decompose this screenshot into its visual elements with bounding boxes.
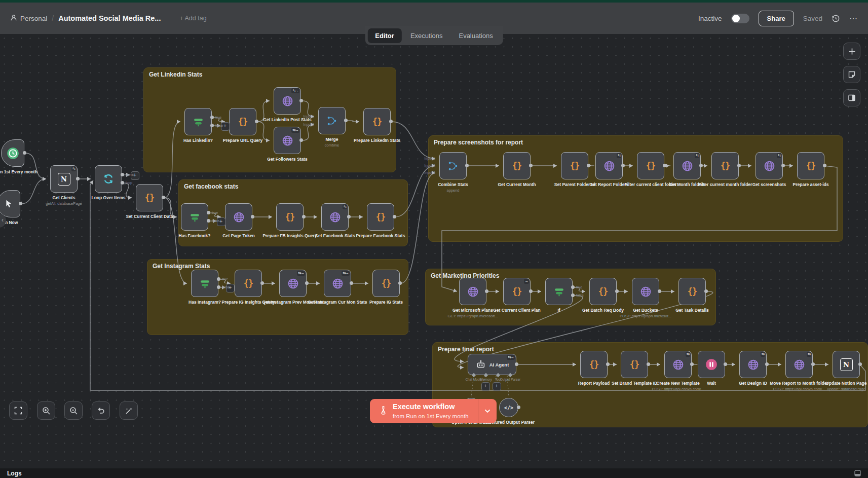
node-get-screenshots[interactable]: ⇆ [756,152,783,179]
node-get-page-token[interactable] [225,203,252,231]
output-connector[interactable] [389,120,393,123]
output-connector[interactable] [23,151,26,155]
output-connector[interactable] [781,164,785,167]
open-logs-panel-icon[interactable] [854,470,861,476]
node-report-payload[interactable]: {} [580,351,608,378]
node-ai-agent[interactable]: AI Agent⇆→ [468,354,516,375]
node-get-client-plan[interactable]: {}→ [503,278,531,305]
output-connector[interactable] [737,164,741,167]
node-prepare-ig-query[interactable]: {} [235,270,262,297]
node-prepare-url-query[interactable]: {} [229,108,256,135]
active-toggle[interactable] [731,14,749,23]
node-run-now[interactable] [0,190,20,217]
node-get-batch-req[interactable]: {} [589,278,617,305]
node-get-design-id[interactable]: ⇆ [739,351,767,378]
output-connector[interactable] [699,164,703,167]
output-connector[interactable] [606,362,610,366]
output-connector[interactable] [823,164,826,167]
node-combine[interactable] [439,152,467,179]
logs-bar[interactable]: Logs [0,468,868,478]
output-connector[interactable] [587,164,590,167]
output-connector[interactable] [690,362,694,366]
node-filter-month-folder[interactable]: {} [711,152,739,179]
node-filter-client-folder[interactable]: {} [637,152,664,179]
output-connector[interactable] [207,211,210,214]
add-node-button[interactable] [843,43,860,60]
node-update-notion[interactable]: N [833,351,860,378]
node-prepare-fb-query[interactable]: {} [276,203,304,231]
node-has-facebook[interactable] [181,203,208,231]
node-li-post[interactable]: ⇆→ [274,87,301,115]
output-connector[interactable] [350,281,353,285]
node-move-report[interactable]: ⇆ [785,351,813,378]
node-create-new-template[interactable]: ⇆ [664,351,692,378]
output-connector[interactable] [210,116,214,119]
output-connector[interactable] [704,289,708,293]
zoom-out-button[interactable] [64,401,83,420]
output-connector[interactable] [299,99,303,102]
history-icon[interactable] [832,14,840,23]
more-menu-icon[interactable]: ⋯ [849,14,858,23]
tab-executions[interactable]: Executions [403,28,450,43]
zoom-in-button[interactable] [37,401,55,420]
output-connector[interactable] [811,362,815,366]
tab-evaluations[interactable]: Evaluations [451,28,500,43]
output-connector[interactable] [210,124,214,127]
node-has-linkedin[interactable] [184,108,212,135]
node-get-buckets[interactable] [632,278,659,305]
output-connector[interactable] [517,406,520,409]
node-ig-cur[interactable]: ⇆→ [324,270,351,297]
node-has-instagram[interactable] [191,270,218,297]
node-if[interactable] [545,278,573,305]
project-menu[interactable]: Personal [10,14,47,23]
node-get-task-details[interactable]: {} [678,278,706,305]
undo-button[interactable] [92,401,110,420]
execute-options-chevron[interactable] [478,399,497,423]
output-connector[interactable] [529,164,533,167]
output-connector[interactable] [465,164,469,167]
node-get-fb-stats[interactable]: ⇆ [321,203,349,231]
output-connector[interactable] [260,281,264,285]
output-connector[interactable] [19,202,22,205]
node-get-month-folders[interactable]: ⇆ [673,152,701,179]
add-node-plus-button[interactable]: + [481,382,490,391]
output-connector[interactable] [858,362,862,366]
output-connector[interactable] [121,173,124,176]
tab-editor[interactable]: Editor [367,28,402,43]
output-connector[interactable] [658,289,661,293]
output-connector[interactable] [162,196,165,199]
node-get-report-folders[interactable]: ⇆ [595,152,623,179]
node-trigger[interactable] [1,139,24,167]
output-connector[interactable] [615,289,619,293]
output-connector[interactable] [302,215,306,218]
node-sop[interactable]: </> [499,398,518,417]
workflow-title[interactable]: Automated Social Media Re... [58,14,161,22]
zoom-to-fit-button[interactable] [9,401,27,420]
toggle-panel-button[interactable] [843,89,860,106]
output-connector[interactable] [398,281,402,285]
node-prepare-li-stats[interactable]: {} [363,108,391,135]
node-get-ms-plans[interactable] [459,278,486,305]
output-connector[interactable] [217,285,220,289]
output-connector[interactable] [724,362,727,366]
output-connector[interactable] [485,289,488,293]
add-node-plus-button[interactable]: + [493,382,501,391]
output-connector[interactable] [76,177,80,180]
node-get-clients[interactable]: N⇆ [50,165,78,193]
execute-workflow-button[interactable]: Execute workflow from Run on 1st Every m… [370,399,497,423]
output-connector[interactable] [344,119,348,122]
output-connector[interactable] [207,219,210,223]
output-connector[interactable] [515,362,518,366]
output-connector[interactable] [529,289,533,293]
node-wait[interactable] [698,351,725,378]
output-connector[interactable] [121,181,124,185]
share-button[interactable]: Share [759,11,794,26]
node-ig-prev[interactable]: ⇆→ [279,270,307,297]
node-set-brand-template[interactable]: {} [621,351,648,378]
output-connector[interactable] [621,164,625,167]
output-connector[interactable] [765,362,769,366]
output-connector[interactable] [571,293,575,297]
add-tag-button[interactable]: + Add tag [179,15,206,22]
node-get-current-month[interactable]: {} [503,152,531,179]
output-connector[interactable] [251,215,254,218]
